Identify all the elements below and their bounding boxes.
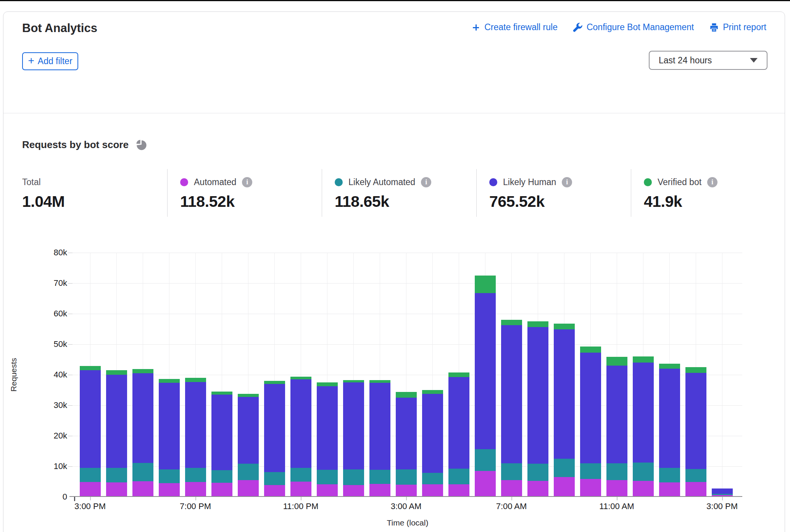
- verified-bot-segment: [264, 381, 285, 384]
- y-tick-label: 20k: [44, 431, 67, 441]
- likely-human-segment: [527, 327, 548, 464]
- stacked-bar: [106, 370, 127, 496]
- pie-chart-icon: [135, 139, 147, 151]
- likely-automated-segment: [659, 468, 680, 482]
- automated-segment: [159, 483, 180, 496]
- verified-bot-segment: [685, 367, 706, 373]
- x-tick: [195, 497, 196, 500]
- likely-automated-segment: [422, 473, 443, 484]
- stat-verified-bot-value: 41.9k: [644, 193, 717, 211]
- y-tick-label: 50k: [44, 339, 67, 349]
- stat-likely-human-label: Likely Human: [503, 177, 556, 187]
- stat-automated-label: Automated: [194, 177, 236, 187]
- y-tick: [68, 466, 73, 467]
- likely-human-segment: [343, 382, 364, 469]
- likely-automated-legend-dot: [335, 178, 343, 186]
- y-tick: [68, 253, 73, 253]
- automated-segment: [606, 480, 627, 496]
- y-tick: [68, 344, 73, 345]
- verified-bot-segment: [106, 370, 127, 374]
- x-tick: [617, 497, 617, 500]
- page-title: Bot Analytics: [22, 21, 97, 35]
- x-tick-label: 11:00 AM: [599, 501, 634, 511]
- automated-segment: [317, 484, 338, 496]
- likely-human-segment: [633, 363, 654, 463]
- verified-bot-segment: [396, 392, 417, 397]
- axis-origin-tick: [74, 497, 75, 501]
- stat-automated-value: 118.52k: [180, 193, 252, 211]
- likely-automated-segment: [396, 469, 417, 484]
- x-axis-title: Time (local): [387, 518, 429, 527]
- y-tick: [68, 314, 73, 314]
- stacked-bar: [159, 379, 180, 496]
- create-firewall-rule-label: Create firewall rule: [484, 22, 558, 32]
- verified-bot-segment: [159, 379, 180, 383]
- likely-human-segment: [238, 397, 259, 464]
- likely-automated-segment: [501, 463, 522, 480]
- window-top-edge: [0, 0, 790, 1]
- verified-bot-segment: [211, 392, 232, 395]
- verified-bot-segment: [238, 394, 259, 397]
- stat-likely-human: Likely Human i 765.52k: [489, 176, 572, 211]
- x-tick-label: 3:00 PM: [706, 501, 738, 511]
- verified-bot-segment: [185, 378, 206, 382]
- stat-likely-human-value: 765.52k: [489, 193, 572, 211]
- stat-likely-automated-value: 118.65k: [335, 193, 431, 211]
- automated-segment: [633, 481, 654, 496]
- stacked-bar: [238, 394, 259, 496]
- likely-human-segment: [80, 370, 101, 468]
- x-tick-label: 11:00 PM: [283, 501, 319, 511]
- likely-automated-segment: [80, 468, 101, 482]
- automated-segment: [580, 479, 601, 496]
- verified-bot-segment: [475, 276, 496, 293]
- likely-automated-segment: [369, 470, 390, 484]
- printer-icon: [709, 23, 719, 32]
- automated-segment: [264, 485, 285, 496]
- stat-divider: [322, 169, 322, 217]
- x-tick: [90, 497, 91, 500]
- y-tick-label: 80k: [44, 248, 67, 258]
- stacked-bar: [290, 377, 311, 496]
- info-icon[interactable]: i: [707, 177, 717, 187]
- automated-segment: [343, 485, 364, 496]
- likely-automated-segment: [527, 464, 548, 481]
- time-range-dropdown[interactable]: Last 24 hours: [649, 51, 767, 70]
- y-tick-label: 10k: [44, 461, 67, 471]
- y-tick: [68, 436, 73, 436]
- stat-total-label: Total: [22, 177, 41, 187]
- likely-automated-segment: [106, 468, 127, 482]
- likely-human-segment: [422, 394, 443, 473]
- likely-human-segment: [106, 375, 127, 468]
- likely-automated-segment: [264, 472, 285, 485]
- info-icon[interactable]: i: [562, 177, 572, 187]
- print-report-link[interactable]: Print report: [709, 22, 766, 32]
- likely-automated-segment: [238, 464, 259, 480]
- automated-segment: [475, 471, 496, 496]
- stat-divider: [476, 169, 477, 217]
- stat-verified-bot-label: Verified bot: [658, 177, 701, 187]
- verified-bot-legend-dot: [644, 178, 652, 186]
- stacked-bar: [580, 347, 601, 496]
- automated-segment: [211, 483, 232, 496]
- stacked-bar: [685, 367, 706, 496]
- x-tick-label: 3:00 AM: [391, 501, 422, 511]
- x-tick: [301, 497, 301, 500]
- y-tick-label: 70k: [44, 278, 67, 288]
- y-tick-label: 0: [44, 492, 67, 502]
- bar-chart-plot-area: 010k20k30k40k50k60k70k80k3:00 PM7:00 PM1…: [73, 253, 742, 497]
- verified-bot-segment: [501, 320, 522, 325]
- likely-automated-segment: [448, 469, 469, 484]
- automated-segment: [106, 482, 127, 496]
- automated-segment: [659, 482, 680, 496]
- info-icon[interactable]: i: [421, 177, 431, 187]
- configure-bot-management-link[interactable]: Configure Bot Management: [573, 22, 694, 32]
- likely-human-segment: [185, 382, 206, 468]
- create-firewall-rule-link[interactable]: Create firewall rule: [471, 22, 558, 32]
- likely-automated-segment: [185, 468, 206, 482]
- stacked-bar: [633, 356, 654, 496]
- stat-likely-automated-label: Likely Automated: [348, 177, 415, 187]
- stacked-bar: [211, 392, 232, 496]
- stacked-bar: [712, 488, 733, 496]
- add-filter-button[interactable]: + Add filter: [22, 52, 78, 70]
- info-icon[interactable]: i: [242, 177, 252, 187]
